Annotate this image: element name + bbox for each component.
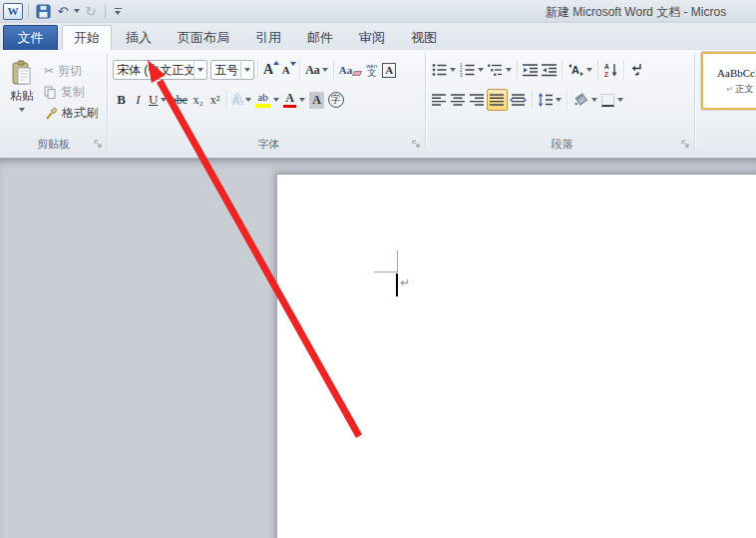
distributed-button[interactable] [508, 89, 529, 111]
tab-mailings[interactable]: 邮件 [295, 25, 345, 50]
font-color-button[interactable]: A [281, 89, 307, 111]
tab-page-layout[interactable]: 页面布局 [166, 25, 241, 50]
superscript-button[interactable]: x² [206, 89, 223, 111]
character-border-button[interactable]: A [380, 59, 398, 81]
tab-home[interactable]: 开始 [62, 25, 112, 50]
font-dialog-launcher[interactable] [411, 139, 422, 150]
divider [226, 90, 227, 110]
decrease-indent-button[interactable] [521, 59, 540, 81]
justify-button[interactable] [487, 89, 508, 111]
style-preview-text: AaBbCcD [717, 67, 756, 79]
show-hide-marks-button[interactable] [627, 59, 645, 81]
undo-dropdown-caret[interactable] [74, 9, 80, 13]
tab-view[interactable]: 视图 [399, 25, 449, 50]
align-right-button[interactable] [468, 89, 487, 111]
paste-button[interactable]: 粘贴 [0, 58, 44, 136]
divider [597, 60, 598, 80]
redo-button[interactable]: ↻ [82, 2, 100, 20]
font-color-letter: A [285, 92, 294, 104]
grow-font-button[interactable]: A [261, 59, 279, 81]
font-name-dropdown[interactable] [193, 61, 206, 79]
shrink-font-letter: A [282, 64, 290, 76]
undo-button[interactable]: ↶ [54, 2, 72, 20]
cut-button[interactable]: ✂ 剪切 [44, 62, 98, 80]
change-case-button[interactable]: Aa [303, 59, 330, 81]
style-normal-card[interactable]: AaBbCcD ↵ 正文 [701, 52, 756, 110]
paragraph-marks-icon [629, 63, 643, 77]
ribbon: 粘贴 ✂ 剪切 复制 [0, 50, 756, 159]
font-size-dropdown[interactable] [240, 61, 253, 79]
clipboard-dialog-launcher[interactable] [93, 139, 104, 150]
asian-layout-button[interactable]: A [566, 59, 594, 81]
highlight-label: ab [257, 92, 267, 103]
paragraph-dialog-launcher[interactable] [680, 139, 691, 150]
font-size-value: 五号 [211, 62, 240, 79]
copy-button[interactable]: 复制 [44, 83, 98, 101]
tab-review[interactable]: 审阅 [347, 25, 397, 50]
strikethrough-button[interactable]: abe [169, 89, 189, 111]
phonetic-bottom-text: 文 [367, 69, 376, 78]
underline-button[interactable]: U [147, 89, 169, 111]
italic-label: I [136, 92, 140, 108]
phonetic-guide-icon: wén 文 [366, 63, 377, 78]
paste-label: 粘贴 [10, 88, 34, 105]
font-size-combo[interactable]: 五号 [210, 60, 254, 80]
enclose-characters-button[interactable]: 字 [326, 89, 346, 111]
line-spacing-button[interactable] [536, 89, 564, 111]
shading-button[interactable] [570, 89, 599, 111]
subscript-button[interactable]: x₂ [189, 89, 206, 111]
character-shading-button[interactable]: A [307, 89, 326, 111]
sort-button[interactable]: A Z [601, 59, 620, 81]
scissors-icon: ✂ [44, 64, 54, 78]
window-title: 新建 Microsoft Word 文档 - Micros [546, 4, 726, 21]
divider [257, 60, 258, 80]
paragraph-mark: ↵ [400, 275, 410, 289]
chevron-down-icon [586, 68, 592, 72]
group-clipboard: 粘贴 ✂ 剪切 复制 [0, 50, 107, 153]
underline-dropdown-caret[interactable] [161, 98, 167, 102]
svg-text:3: 3 [460, 73, 463, 77]
divider [333, 60, 334, 80]
enclose-characters-glyph: 字 [328, 92, 344, 108]
phonetic-guide-button[interactable]: wén 文 [363, 59, 380, 81]
text-effects-button[interactable]: A [230, 89, 253, 111]
group-styles: AaBbCcD ↵ 正文 [695, 50, 756, 153]
align-center-button[interactable] [449, 89, 468, 111]
format-painter-button[interactable]: 格式刷 [44, 104, 98, 122]
divider [28, 4, 29, 18]
character-shading-letter: A [309, 92, 324, 109]
numbering-button[interactable]: 1 2 3 [458, 59, 486, 81]
increase-indent-button[interactable] [540, 59, 559, 81]
shrink-font-button[interactable]: A [279, 59, 296, 81]
word-app-icon[interactable]: W [3, 3, 23, 20]
divider [517, 60, 518, 80]
paste-dropdown-caret[interactable] [19, 108, 25, 112]
borders-button[interactable] [599, 89, 625, 111]
font-name-combo[interactable]: 宋体 (中文正文 [113, 60, 207, 80]
bullets-button[interactable] [430, 59, 458, 81]
format-painter-label: 格式刷 [62, 105, 98, 122]
document-page[interactable]: ↵ [277, 175, 756, 538]
font-color-bar [283, 105, 296, 108]
clear-formatting-button[interactable]: Aa [337, 59, 363, 81]
copy-icon [44, 86, 57, 99]
svg-text:Z: Z [604, 71, 608, 78]
save-button[interactable] [34, 2, 52, 20]
tab-insert[interactable]: 插入 [114, 25, 164, 50]
ribbon-tab-bar: 文件 开始 插入 页面布局 引用 邮件 审阅 视图 [0, 23, 756, 50]
tab-references[interactable]: 引用 [243, 25, 293, 50]
multilevel-list-button[interactable] [486, 59, 514, 81]
chevron-down-icon [322, 68, 328, 72]
tab-file[interactable]: 文件 [3, 25, 58, 50]
document-area[interactable]: ↵ [0, 159, 756, 538]
chevron-down-icon [506, 68, 512, 72]
divider [562, 60, 563, 80]
bold-label: B [117, 92, 126, 108]
copy-label: 复制 [61, 84, 85, 101]
italic-button[interactable]: I [130, 89, 147, 111]
text-effects-letter: A [232, 92, 242, 108]
bold-button[interactable]: B [113, 89, 130, 111]
text-highlight-button[interactable]: ab [253, 89, 281, 111]
customize-qat-button[interactable] [111, 8, 125, 15]
align-left-button[interactable] [430, 89, 449, 111]
